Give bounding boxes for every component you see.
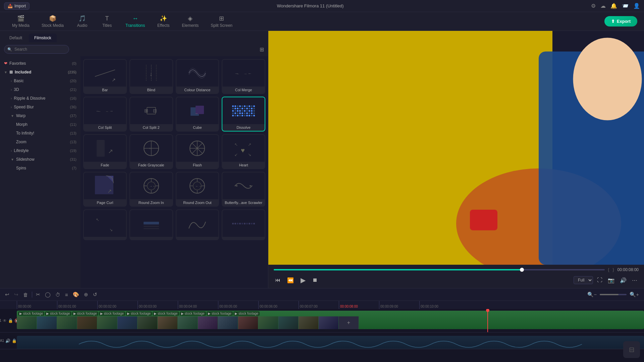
settings-icon[interactable]: ⚙ <box>591 3 596 9</box>
notification-icon[interactable]: 🔔 <box>610 3 617 9</box>
clip-label-8: ▶ stock footage <box>207 311 233 316</box>
elements-icon: ◈ <box>188 15 193 22</box>
more-button[interactable]: ⋯ <box>631 276 639 285</box>
transition-col-split[interactable]: ← -- -- → Col Split <box>83 97 127 132</box>
transition-extra-4[interactable] <box>222 209 265 240</box>
sidebar-item-slideshow[interactable]: ▼ Slideshow (31) <box>0 155 80 164</box>
transition-extra-3[interactable] <box>176 209 219 240</box>
audio-lock-icon[interactable]: 🔒 <box>12 339 17 343</box>
transition-extra-2[interactable] <box>129 209 173 240</box>
speed-button[interactable]: ⏱ <box>54 291 61 299</box>
transition-cube[interactable]: → Cube <box>176 97 219 132</box>
panel-tab-filmstock[interactable]: Filmstock <box>29 34 57 42</box>
sidebar-item-basic[interactable]: › Basic (20) <box>0 76 80 85</box>
transition-fade-grayscale[interactable]: + Fade Grayscale <box>129 134 173 169</box>
sidebar-spins-label: Spins <box>16 166 26 170</box>
nav-tabs: 🎬 My Media 📦 Stock Media 🎵 Audio T Title… <box>0 12 644 31</box>
snapshot-button[interactable]: 📷 <box>606 276 616 285</box>
export-label: Export <box>617 19 631 24</box>
top-bar-icons: ⚙ ☁ 🔔 📨 👤 <box>591 3 640 9</box>
audio-clip[interactable] <box>17 336 644 349</box>
tab-stock-media[interactable]: 📦 Stock Media <box>36 13 69 30</box>
undo-button[interactable]: ↩ <box>4 291 10 299</box>
cut-button[interactable]: ✂ <box>35 291 41 299</box>
adjust-button[interactable]: ≡ <box>64 291 69 299</box>
transition-bar[interactable]: ↗ Bar <box>83 59 127 94</box>
zoom-in-button[interactable]: 🔍+ <box>629 291 640 299</box>
transition-extra-1[interactable]: ↖ ↘ <box>83 209 127 240</box>
eye-icon[interactable]: 👁 <box>3 318 7 323</box>
grid-view-icon[interactable]: ⊞ <box>260 46 264 53</box>
playhead[interactable] <box>487 309 488 332</box>
transition-heart[interactable]: ↖ ↗ ♥ ↙ ↘ Heart <box>222 134 265 169</box>
transition-butterfly[interactable]: Butterfly...ave Scrawler <box>222 172 265 207</box>
transition-round-zoom-in[interactable]: →← Round Zoom In <box>129 172 173 207</box>
screen-mode-button[interactable]: ⛶ <box>596 276 604 285</box>
transition-flash[interactable]: Flash <box>176 134 219 169</box>
volume-button[interactable]: 🔊 <box>619 276 628 285</box>
sidebar-item-warp[interactable]: ▼ Warp (37) <box>0 111 80 120</box>
progress-bar[interactable] <box>274 269 605 270</box>
import-button[interactable]: 📥 Import <box>4 2 30 10</box>
message-icon[interactable]: 📨 <box>622 3 629 9</box>
play-button[interactable]: ▶ <box>299 275 307 286</box>
zoom-slider[interactable] <box>600 294 627 295</box>
sidebar-favorites-count: (0) <box>72 61 76 65</box>
reverse-button[interactable]: ↺ <box>92 291 98 299</box>
sidebar-item-lifestyle[interactable]: › Lifestyle (19) <box>0 146 80 155</box>
tab-transitions[interactable]: ↔ Transitions <box>120 13 150 30</box>
tab-elements[interactable]: ◈ Elements <box>176 13 204 30</box>
track-label-a1: A1 <box>0 339 4 343</box>
transition-butterfly-label: Butterfly...ave Scrawler <box>222 199 265 206</box>
tab-split-screen[interactable]: ⊞ Split Screen <box>205 13 238 30</box>
chevron-down-icon: ▼ <box>4 70 7 74</box>
tab-titles[interactable]: T Titles <box>95 13 119 30</box>
audio-track-content <box>17 332 644 349</box>
tab-my-media[interactable]: 🎬 My Media <box>7 13 35 30</box>
transition-dissolve[interactable]: Dissolve <box>222 97 265 132</box>
tab-titles-label: Titles <box>102 23 112 28</box>
sidebar: ❤ Favorites (0) ▼ ⊞ Included (235) › Bas… <box>0 56 80 288</box>
svg-text:⊟: ⊟ <box>153 108 157 113</box>
sidebar-item-morph[interactable]: Morph (11) <box>0 120 80 129</box>
clip-label-5: ▶ stock footage <box>126 311 152 316</box>
tab-audio[interactable]: 🎵 Audio <box>70 13 94 30</box>
skip-back-button[interactable]: ⏮ <box>274 276 282 285</box>
audio-speaker-icon[interactable]: 🔊 <box>5 339 10 343</box>
sidebar-item-3d[interactable]: › 3D (21) <box>0 85 80 94</box>
sidebar-item-speed-blur[interactable]: › Speed Blur (36) <box>0 103 80 111</box>
zoom-out-button[interactable]: 🔍− <box>586 291 598 299</box>
step-back-button[interactable]: ⏪ <box>286 276 295 285</box>
stop-button[interactable]: ⏹ <box>311 276 319 285</box>
sidebar-item-spins[interactable]: Spins (7) <box>0 164 80 172</box>
video-clip[interactable]: ▶ stock footage ▶ stock footage ▶ stock … <box>17 311 644 329</box>
transition-round-zoom-out[interactable]: ←→ Round Zoom Out <box>176 172 219 207</box>
transition-col-split-2[interactable]: ⊞ ⊟ Col Split 2 <box>129 97 173 132</box>
tab-effects[interactable]: ✨ Effects <box>152 13 175 30</box>
sidebar-item-included[interactable]: ▼ ⊞ Included (235) <box>0 68 80 76</box>
color-button[interactable]: 🎨 <box>72 291 80 299</box>
delete-button[interactable]: 🗑 <box>22 291 29 299</box>
transition-blind[interactable]: ↓ Blind <box>129 59 173 94</box>
search-input[interactable] <box>4 45 69 54</box>
cloud-icon[interactable]: ☁ <box>600 3 606 9</box>
transition-fade[interactable]: ↗ Fade <box>83 134 127 169</box>
panel-tab-default[interactable]: Default <box>4 34 28 42</box>
sidebar-item-to-infinity[interactable]: To Infinity! (13) <box>0 129 80 138</box>
sidebar-3d-count: (21) <box>70 88 76 92</box>
clip-button[interactable]: ◯ <box>44 291 52 299</box>
quality-select[interactable]: Full 1/2 1/4 <box>574 276 593 284</box>
transition-page-curl[interactable]: ↗ Page Curl <box>83 172 127 207</box>
export-button[interactable]: ⬆ Export <box>604 16 637 27</box>
sidebar-item-ripple[interactable]: › Ripple & Dissolve (16) <box>0 94 80 103</box>
transition-colour-distance[interactable]: Colour Distance <box>176 59 219 94</box>
account-icon[interactable]: 👤 <box>633 3 640 9</box>
sidebar-item-zoom[interactable]: Zoom (13) <box>0 138 80 146</box>
lock-icon[interactable]: 🔒 <box>8 318 13 323</box>
ruler-mark-5: 00:00:05:00 <box>218 301 258 309</box>
transition-col-merge[interactable]: → -- -- ← Col Merge <box>222 59 265 94</box>
sidebar-item-favorites[interactable]: ❤ Favorites (0) <box>0 59 80 68</box>
redo-button[interactable]: ↪ <box>13 291 19 299</box>
audio-mix-button[interactable]: ⊕ <box>83 291 89 299</box>
transition-cube-label: Cube <box>176 124 219 131</box>
